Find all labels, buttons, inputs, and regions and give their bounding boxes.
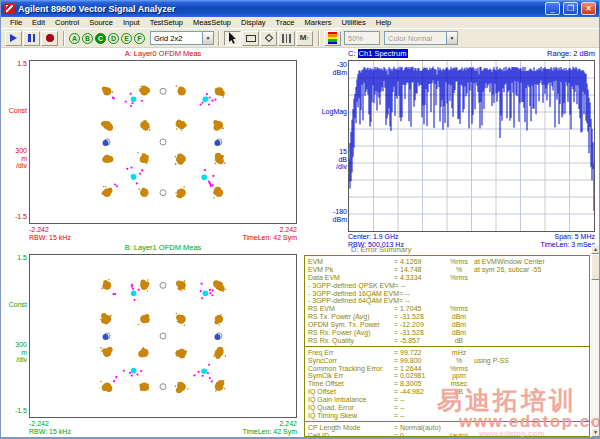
summary-value: = -12.209: [394, 321, 444, 329]
summary-label: Freq Err: [308, 349, 394, 357]
pause-button[interactable]: [23, 31, 40, 46]
summary-unit: ppm: [444, 372, 474, 380]
summary-label: - 3GPP-defined 16QAM EVM: [308, 290, 399, 298]
toolbar-separator: [218, 31, 220, 46]
summary-value: = --: [399, 290, 449, 298]
record-button[interactable]: [41, 31, 58, 46]
band-markers-button[interactable]: [278, 31, 295, 46]
color-mode-select[interactable]: Color Normal ▼: [384, 31, 458, 45]
marker-to-peak-button[interactable]: M↑: [296, 31, 313, 46]
summary-label: CP Length Mode: [308, 424, 394, 432]
scroll-up-icon[interactable]: ▲: [591, 245, 600, 254]
c-y-min-label: -180dBm: [321, 208, 347, 223]
summary-row: OFDM Sym. Tx. Power= -12.209dBm: [305, 321, 589, 329]
spectrum-plot-c[interactable]: [348, 60, 595, 232]
title-bar: Agilent 89600 Vector Signal Analyzer _ ❐…: [1, 0, 599, 17]
summary-label: EVM Pk: [308, 266, 394, 274]
toolbar-separator: [318, 31, 320, 46]
summary-label: Cell ID: [308, 432, 394, 437]
menu-testsetup[interactable]: TestSetup: [145, 18, 188, 27]
toolbar: ABCDEF Grid 2x2 ▼ M↑ 50% Color Normal ▼: [1, 29, 599, 48]
summary-label: Data EVM: [308, 274, 394, 282]
summary-unit: [445, 282, 475, 290]
app-window: Agilent 89600 Vector Signal Analyzer _ ❐…: [0, 0, 600, 439]
chevron-down-icon: ▼: [202, 32, 213, 44]
summary-note: [474, 329, 589, 337]
trace-a-title[interactable]: A: Layer0 OFDM Meas: [29, 49, 297, 58]
summary-unit: (auto): [444, 432, 474, 437]
menu-input[interactable]: Input: [118, 18, 145, 27]
summary-unit: dBm: [444, 313, 474, 321]
zoom-percent-value: 50%: [345, 32, 379, 44]
trace-button-c[interactable]: C: [95, 33, 106, 44]
summary-scrollbar[interactable]: ▲ ▼: [591, 245, 600, 437]
trace-button-a[interactable]: A: [69, 33, 80, 44]
summary-unit: [449, 290, 479, 298]
scrollbar-thumb[interactable]: [591, 254, 600, 280]
constellation-plot-b[interactable]: [29, 254, 297, 418]
summary-unit: %rms: [444, 274, 474, 282]
trace-c-header: C: Ch1 Spectrum Range: 2 dBm: [348, 49, 595, 58]
maximize-button[interactable]: ❐: [563, 2, 578, 15]
b-timelen-label: TimeLen: 42 Sym: [242, 428, 297, 435]
minimize-button[interactable]: _: [545, 2, 560, 15]
menu-display[interactable]: Display: [236, 18, 271, 27]
menu-bar: FileEditControlSourceInputTestSetupMeasS…: [1, 17, 599, 29]
summary-row: RS Rx. Quality= -5.857dB: [305, 337, 589, 345]
chevron-down-icon: ▼: [446, 32, 457, 44]
c-y-format-label: LogMag: [321, 108, 347, 116]
band-lines-icon: [282, 34, 291, 43]
c-y-scale-label: 15dB/div: [321, 148, 347, 171]
summary-row: Common Tracking Error= 1.2644%rms: [305, 365, 589, 373]
trace-b-title[interactable]: B: Layer1 OFDM Meas: [29, 243, 297, 252]
summary-value: = -5.857: [394, 337, 444, 345]
summary-unit: %: [444, 266, 474, 274]
summary-note: [474, 365, 589, 373]
zoom-select-tool-button[interactable]: [242, 31, 259, 46]
a-x-axis-labels: -2.242 2.242: [29, 226, 297, 233]
trace-button-d[interactable]: D: [108, 33, 119, 44]
menu-trace[interactable]: Trace: [271, 18, 300, 27]
close-button[interactable]: ✕: [581, 2, 596, 15]
zoom-percent-select[interactable]: 50%: [344, 31, 380, 45]
grid-layout-select[interactable]: Grid 2x2 ▼: [150, 31, 214, 45]
pointer-tool-button[interactable]: [224, 31, 241, 46]
summary-label: IQ Offset: [308, 388, 394, 396]
trace-c-title-text: Ch1 Spectrum: [358, 49, 408, 58]
summary-value: = --: [399, 297, 449, 305]
play-button[interactable]: [5, 31, 22, 46]
constellation-plot-a[interactable]: [29, 60, 297, 224]
summary-value: = -31.528: [394, 313, 444, 321]
menu-file[interactable]: File: [5, 18, 27, 27]
trace-button-e[interactable]: E: [121, 33, 132, 44]
watermark-url-echo: www.edatop.com: [479, 429, 545, 438]
summary-row: - 3GPP-defined 16QAM EVM= --: [305, 290, 589, 298]
menu-source[interactable]: Source: [84, 18, 118, 27]
trace-button-f[interactable]: F: [134, 33, 145, 44]
menu-meassetup[interactable]: MeasSetup: [188, 18, 236, 27]
menu-markers[interactable]: Markers: [299, 18, 336, 27]
a-y-format-label: Const: [1, 107, 27, 115]
summary-unit: %: [444, 357, 474, 365]
trace-d-title[interactable]: D: Error Summary: [351, 245, 411, 254]
trace-button-b[interactable]: B: [82, 33, 93, 44]
menu-edit[interactable]: Edit: [27, 18, 50, 27]
menu-utilities[interactable]: Utilities: [337, 18, 371, 27]
menu-help[interactable]: Help: [371, 18, 396, 27]
marker-tool-button[interactable]: [260, 31, 277, 46]
a-timelen-label: TimeLen: 42 Sym: [242, 234, 297, 241]
trace-c-title[interactable]: C: Ch1 Spectrum: [348, 49, 408, 58]
summary-unit: dBm: [444, 329, 474, 337]
summary-unit: dB: [444, 337, 474, 345]
summary-label: SyncCorr: [308, 357, 394, 365]
color-scale-button[interactable]: [324, 31, 341, 46]
diamond-marker-icon: [264, 34, 272, 42]
c-span-timelen-labels: Span: 5 MHzTimeLen: 3 mSec: [540, 233, 595, 249]
cursor-arrow-icon: [228, 32, 238, 44]
b-y-format-label: Const: [1, 301, 27, 309]
summary-note: [474, 372, 589, 380]
summary-label: RS Tx. Power (Avg): [308, 313, 394, 321]
record-icon: [46, 34, 54, 42]
menu-control[interactable]: Control: [50, 18, 84, 27]
summary-note: [474, 337, 589, 345]
